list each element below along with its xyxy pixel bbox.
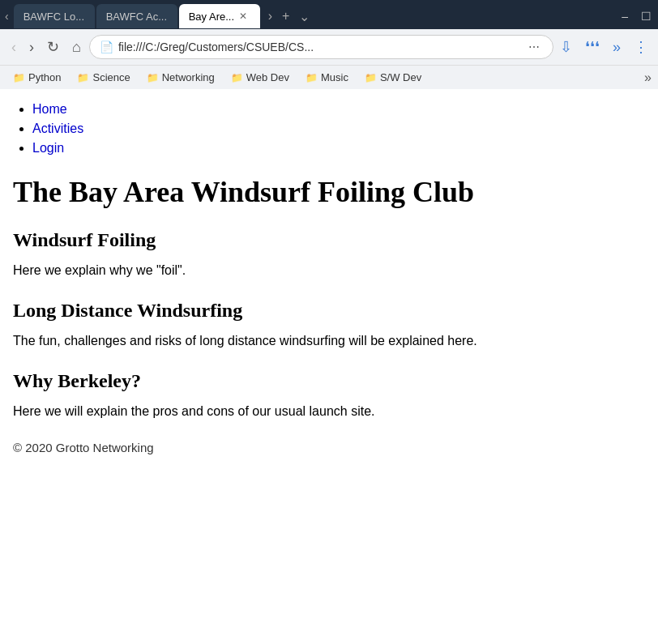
address-bar[interactable]: 📄 ⋯ — [89, 35, 553, 59]
address-input[interactable] — [118, 41, 520, 53]
bookmark-webdev[interactable]: 📁 Web Dev — [224, 70, 296, 85]
page-title: The Bay Area Windsurf Foiling Club — [13, 175, 645, 210]
tab-scroll-left[interactable]: ‹ — [0, 3, 14, 29]
section-1-body: Here we explain why we "foil". — [13, 261, 645, 280]
bookmarks-bar: 📁 Python 📁 Science 📁 Networking 📁 Web De… — [0, 65, 658, 89]
nav-activities-link[interactable]: Activities — [32, 122, 83, 135]
address-actions: ⋯ — [525, 39, 543, 55]
tab-close-icon[interactable]: ✕ — [239, 11, 247, 22]
tab-bawfc-lo[interactable]: BAWFC Lo... — [14, 4, 95, 28]
more-options-button[interactable]: ⋯ — [525, 39, 543, 55]
tab-bawfc-ac[interactable]: BAWFC Ac... — [96, 4, 177, 28]
tab-bay-area[interactable]: Bay Are... ✕ — [179, 4, 260, 28]
bookmark-label: Networking — [162, 71, 215, 83]
bookmark-swdev[interactable]: 📁 S/W Dev — [358, 70, 428, 85]
nav-bar: ‹ › ↻ ⌂ 📄 ⋯ ⇩ ❛❛❛ » ⋮ — [0, 29, 658, 65]
nav-activities-item: Activities — [32, 122, 645, 136]
toolbar-right: ⇩ ❛❛❛ » ⋮ — [557, 35, 652, 59]
section-1-heading: Windsurf Foiling — [13, 229, 645, 251]
nav-login-item: Login — [32, 141, 645, 156]
folder-icon: 📁 — [306, 72, 318, 83]
nav-login-link[interactable]: Login — [32, 141, 64, 155]
folder-icon: 📁 — [365, 72, 377, 83]
page-content: Home Activities Login The Bay Area Winds… — [0, 89, 658, 575]
tab-label: BAWFC Ac... — [106, 11, 167, 23]
page-icon: 📄 — [100, 41, 113, 53]
bookmark-label: Science — [92, 71, 130, 83]
library-button[interactable]: ❛❛❛ — [582, 35, 603, 59]
folder-icon: 📁 — [231, 72, 243, 83]
bookmark-networking[interactable]: 📁 Networking — [140, 70, 221, 85]
folder-icon: 📁 — [77, 72, 89, 83]
section-3-heading: Why Berkeley? — [13, 370, 645, 392]
back-button[interactable]: ‹ — [6, 36, 21, 59]
bookmark-python[interactable]: 📁 Python — [6, 70, 67, 85]
browser-window: ‹ BAWFC Lo... BAWFC Ac... Bay Are... ✕ ›… — [0, 0, 658, 575]
minimize-button[interactable]: – — [622, 10, 628, 23]
bookmark-label: Music — [321, 71, 348, 83]
home-button[interactable]: ⌂ — [67, 36, 86, 59]
download-button[interactable]: ⇩ — [557, 35, 575, 59]
menu-button[interactable]: ⋮ — [630, 35, 652, 59]
reload-button[interactable]: ↻ — [42, 35, 64, 59]
bookmark-label: Web Dev — [246, 71, 289, 83]
section-2-body: The fun, challenges and risks of long di… — [13, 331, 645, 351]
tab-nav-right[interactable]: › — [265, 9, 276, 23]
window-controls: – ☐ — [622, 10, 658, 23]
folder-icon: 📁 — [13, 72, 25, 83]
forward-button[interactable]: › — [24, 36, 39, 59]
bookmark-science[interactable]: 📁 Science — [70, 70, 136, 85]
bookmark-label: S/W Dev — [380, 71, 421, 83]
site-nav: Home Activities Login — [13, 102, 645, 156]
bookmark-music[interactable]: 📁 Music — [299, 70, 355, 85]
nav-home-link[interactable]: Home — [32, 102, 67, 116]
tab-list-button[interactable]: ⌄ — [296, 9, 313, 24]
section-2-heading: Long Distance Windsurfing — [13, 300, 645, 322]
bookmark-label: Python — [28, 71, 61, 83]
nav-home-item: Home — [32, 102, 645, 117]
section-3-body: Here we will explain the pros and cons o… — [13, 402, 645, 421]
tab-bar: ‹ BAWFC Lo... BAWFC Ac... Bay Are... ✕ ›… — [0, 0, 658, 29]
page-footer: © 2020 Grotto Networking — [13, 441, 645, 454]
new-tab-button[interactable]: + — [279, 9, 293, 23]
bookmarks-overflow-button[interactable]: » — [644, 70, 652, 85]
more-tools-button[interactable]: » — [609, 36, 624, 59]
tab-label: BAWFC Lo... — [24, 11, 84, 23]
maximize-button[interactable]: ☐ — [641, 10, 652, 23]
folder-icon: 📁 — [147, 72, 159, 83]
tab-label: Bay Are... — [189, 11, 234, 23]
